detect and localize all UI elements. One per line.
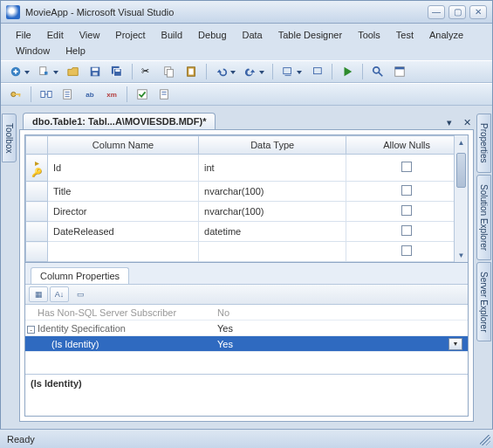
server-explorer-tab[interactable]: Server Explorer	[476, 262, 491, 341]
undo-button[interactable]	[212, 63, 231, 80]
cell-data-type[interactable]: datetime	[199, 222, 346, 242]
xml-index-button[interactable]: xm	[102, 86, 121, 103]
fulltext-index-button[interactable]: ab	[80, 86, 99, 103]
row-selector[interactable]: ▸🔑	[26, 155, 48, 182]
grid-scrollbar[interactable]: ▲ ▼	[454, 135, 468, 262]
property-row[interactable]: (Is Identity)Yes▼	[25, 336, 468, 352]
add-item-button[interactable]	[35, 63, 54, 80]
menu-analyze[interactable]: Analyze	[421, 27, 471, 43]
table-row[interactable]: Titlenvarchar(100)	[26, 182, 468, 202]
col-header-name[interactable]: Column Name	[48, 136, 199, 155]
menu-edit[interactable]: Edit	[39, 27, 72, 43]
property-name: Identity Specification-	[25, 323, 217, 334]
table-row[interactable]: DateReleaseddatetime	[26, 222, 468, 242]
col-header-type[interactable]: Data Type	[199, 136, 346, 155]
row-selector[interactable]	[26, 202, 48, 222]
toolbox-tab[interactable]: Toolbox	[2, 114, 17, 162]
expand-toggle[interactable]: -	[27, 326, 35, 334]
scroll-thumb[interactable]	[456, 153, 466, 188]
relationships-button[interactable]	[37, 86, 56, 103]
resize-grip[interactable]	[480, 435, 490, 445]
properties-grid[interactable]: Has Non-SQL Server SubscriberNoIdentity …	[25, 305, 468, 374]
col-header-nulls[interactable]: Allow Nulls	[346, 136, 468, 155]
redo-button[interactable]	[241, 63, 260, 80]
menu-table-designer[interactable]: Table Designer	[270, 27, 350, 43]
column-properties-tab[interactable]: Column Properties	[31, 267, 129, 284]
property-pages-button[interactable]: ▭	[71, 286, 90, 302]
properties-window-button[interactable]	[390, 63, 409, 80]
property-row[interactable]: Has Non-SQL Server SubscriberNo	[25, 305, 468, 320]
cell-column-name[interactable]: Id	[48, 155, 199, 182]
property-value[interactable]: Yes	[217, 323, 468, 334]
cell-column-name[interactable]: DateReleased	[48, 222, 199, 242]
menu-window[interactable]: Window	[8, 43, 58, 59]
new-project-button[interactable]	[6, 63, 25, 80]
solution-explorer-tab[interactable]: Solution Explorer	[476, 175, 491, 260]
scroll-down-button[interactable]: ▼	[455, 248, 468, 262]
checkbox[interactable]	[401, 205, 412, 216]
cell-allow-nulls[interactable]	[346, 222, 468, 242]
nav-back-button[interactable]	[278, 63, 298, 80]
close-document-button[interactable]: ✕	[460, 115, 474, 129]
columns-grid[interactable]: Column Name Data Type Allow Nulls ▸🔑Idin…	[25, 135, 468, 262]
paste-button[interactable]	[181, 63, 201, 80]
save-button[interactable]	[86, 63, 105, 80]
cell-allow-nulls[interactable]	[346, 155, 468, 182]
document-tab[interactable]: dbo.Table1: Tabl...A\MOVIESDB.MDF)*	[23, 113, 216, 129]
row-selector[interactable]	[26, 182, 48, 202]
menu-build[interactable]: Build	[154, 27, 190, 43]
alphabetical-button[interactable]: A↓	[50, 286, 69, 302]
cell-data-type[interactable]: nvarchar(100)	[199, 182, 346, 202]
svg-rect-24	[48, 92, 51, 98]
checkbox[interactable]	[401, 245, 412, 256]
app-icon	[6, 5, 20, 19]
menu-tools[interactable]: Tools	[350, 27, 388, 43]
svg-rect-19	[395, 67, 405, 70]
property-value[interactable]: Yes▼	[217, 338, 468, 350]
cell-allow-nulls[interactable]	[346, 202, 468, 222]
close-button[interactable]: ✕	[469, 5, 487, 19]
property-description-title: (Is Identity)	[31, 378, 82, 389]
property-value[interactable]: No	[217, 307, 468, 318]
start-debug-button[interactable]	[338, 63, 357, 80]
menu-test[interactable]: Test	[388, 27, 421, 43]
menu-help[interactable]: Help	[58, 43, 93, 59]
cell-data-type[interactable]: int	[199, 155, 346, 182]
dropdown-button[interactable]: ▼	[448, 338, 462, 350]
cell-column-name[interactable]: Director	[48, 202, 199, 222]
column-properties-panel: Column Properties ▦ A↓ ▭ Has Non-SQL Ser…	[25, 262, 468, 416]
minimize-button[interactable]: —	[428, 5, 445, 19]
nav-forward-button[interactable]	[307, 63, 326, 80]
property-row[interactable]: Identity Specification-Yes	[25, 320, 468, 336]
maximize-button[interactable]: ▢	[448, 5, 466, 19]
indexes-button[interactable]	[58, 86, 78, 103]
find-button[interactable]	[368, 63, 387, 80]
cell-data-type[interactable]: nvarchar(100)	[199, 202, 346, 222]
properties-tab[interactable]: Properties	[476, 114, 491, 173]
table-row-new[interactable]	[26, 242, 468, 262]
checkbox[interactable]	[401, 162, 412, 172]
menu-view[interactable]: View	[72, 27, 108, 43]
checkbox[interactable]	[401, 185, 412, 196]
menu-data[interactable]: Data	[235, 27, 270, 43]
menu-project[interactable]: Project	[107, 27, 153, 43]
categorized-button[interactable]: ▦	[29, 286, 48, 302]
check-constraints-button[interactable]	[133, 86, 152, 103]
scroll-up-button[interactable]: ▲	[455, 135, 468, 149]
cell-column-name[interactable]: Title	[48, 182, 199, 202]
properties-toolbar: ▦ A↓ ▭	[25, 284, 468, 305]
copy-button[interactable]	[160, 63, 179, 80]
cell-allow-nulls[interactable]	[346, 182, 468, 202]
cut-button[interactable]: ✂	[138, 63, 157, 80]
menu-file[interactable]: File	[8, 27, 39, 43]
table-row[interactable]: ▸🔑Idint	[26, 155, 468, 182]
set-primary-key-button[interactable]	[6, 86, 25, 103]
checkbox[interactable]	[401, 225, 412, 236]
table-row[interactable]: Directornvarchar(100)	[26, 202, 468, 222]
save-all-button[interactable]	[107, 63, 127, 80]
open-button[interactable]	[64, 63, 83, 80]
menu-debug[interactable]: Debug	[190, 27, 234, 43]
active-files-dropdown[interactable]: ▾	[442, 115, 456, 129]
generate-script-button[interactable]	[154, 86, 174, 103]
row-selector[interactable]	[26, 222, 48, 242]
